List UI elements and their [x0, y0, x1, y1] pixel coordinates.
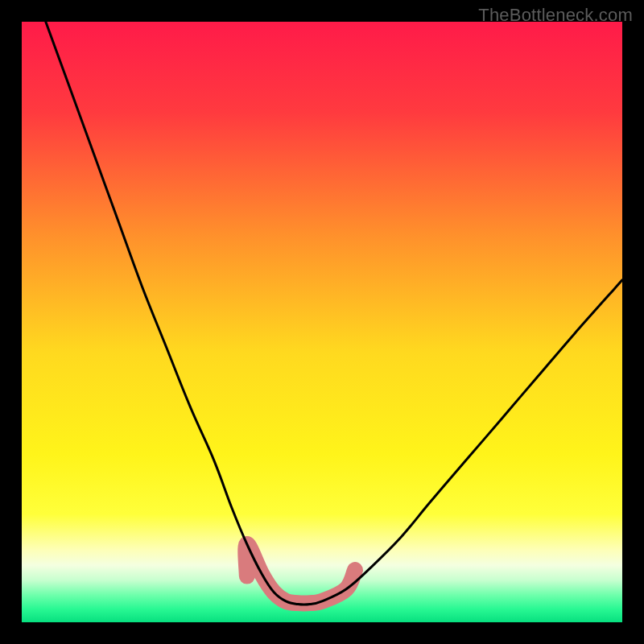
plot-area: [22, 22, 622, 622]
chart-svg: [22, 22, 622, 622]
bottleneck-curve: [46, 22, 622, 605]
watermark-text: TheBottleneck.com: [478, 5, 633, 26]
outer-black-frame: TheBottleneck.com: [0, 0, 644, 644]
